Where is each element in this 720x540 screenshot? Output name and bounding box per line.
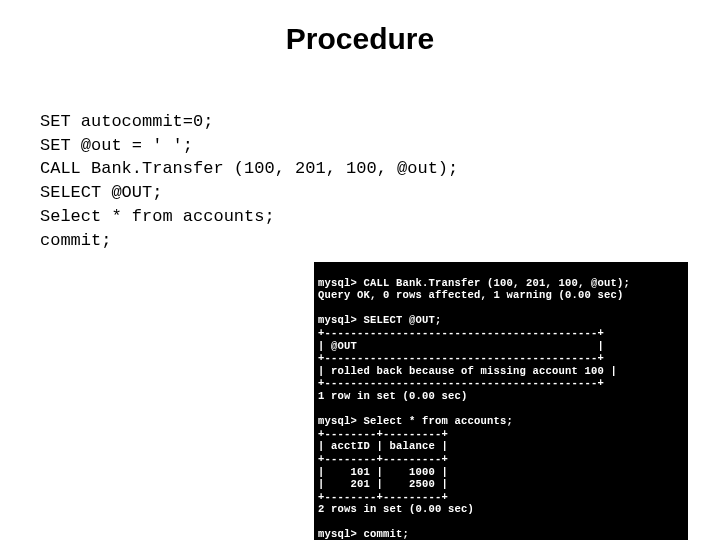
term-line: | acctID | balance | xyxy=(318,440,448,452)
code-line: SET @out = ' '; xyxy=(40,136,193,155)
code-line: Select * from accounts; xyxy=(40,207,275,226)
page-title: Procedure xyxy=(0,22,720,56)
code-line: commit; xyxy=(40,231,111,250)
term-line: +---------------------------------------… xyxy=(318,352,604,364)
term-line: mysql> SELECT @OUT; xyxy=(318,314,442,326)
term-line: +--------+---------+ xyxy=(318,428,448,440)
code-line: SELECT @OUT; xyxy=(40,183,162,202)
term-line: Query OK, 0 rows affected, 1 warning (0.… xyxy=(318,289,624,301)
term-line: 2 rows in set (0.00 sec) xyxy=(318,503,474,515)
term-line: +---------------------------------------… xyxy=(318,327,604,339)
term-line: mysql> Select * from accounts; xyxy=(318,415,513,427)
term-line: +--------+---------+ xyxy=(318,491,448,503)
term-line: | rolled back because of missing account… xyxy=(318,365,617,377)
term-line: | @OUT | xyxy=(318,340,604,352)
code-line: SET autocommit=0; xyxy=(40,112,213,131)
term-line: | 201 | 2500 | xyxy=(318,478,448,490)
sql-code-block: SET autocommit=0; SET @out = ' '; CALL B… xyxy=(40,86,720,253)
term-line: +--------+---------+ xyxy=(318,453,448,465)
term-line: mysql> commit; xyxy=(318,528,409,540)
term-line: mysql> CALL Bank.Transfer (100, 201, 100… xyxy=(318,277,630,289)
term-line: | 101 | 1000 | xyxy=(318,466,448,478)
mysql-terminal-output: mysql> CALL Bank.Transfer (100, 201, 100… xyxy=(314,262,688,540)
term-line: 1 row in set (0.00 sec) xyxy=(318,390,468,402)
term-line: +---------------------------------------… xyxy=(318,377,604,389)
code-line: CALL Bank.Transfer (100, 201, 100, @out)… xyxy=(40,159,458,178)
